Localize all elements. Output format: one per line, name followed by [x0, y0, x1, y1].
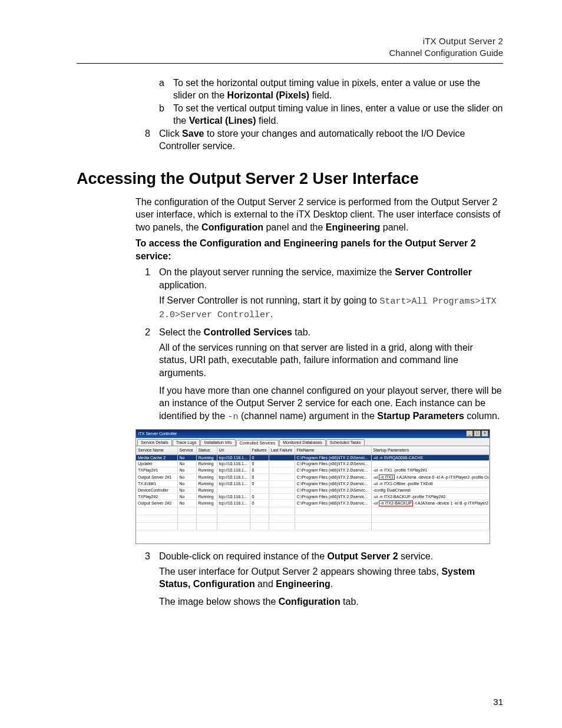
window-title: iTX Server Controller: [138, 431, 177, 436]
cell: 0: [250, 481, 269, 487]
page-number: 31: [493, 696, 503, 708]
col-uri[interactable]: Uri: [217, 446, 250, 455]
step3p1-post: .: [330, 579, 333, 589]
cell: No: [177, 454, 196, 461]
tab-controlled-services[interactable]: Controlled Services: [236, 440, 279, 446]
step3p1-bold2: Engineering: [276, 579, 330, 589]
cell: Running: [196, 467, 217, 474]
step8-pre: Click: [159, 129, 182, 139]
page-header: iTX Output Server 2 Channel Configuratio…: [77, 35, 503, 60]
substep-b: b To set the vertical output timing valu…: [159, 102, 503, 127]
intro-b2: Engineering: [326, 222, 380, 232]
substep-a-post: field.: [309, 90, 332, 100]
marker-3: 3: [145, 550, 159, 563]
cell: No: [177, 500, 196, 508]
step-8: 8 Click Save to store your changes and a…: [145, 127, 503, 153]
col-status[interactable]: Status: [196, 446, 217, 455]
table-row[interactable]: TX-Edit#1NoRunningtcp://10.118.1...0C:\P…: [136, 481, 490, 487]
cell: [269, 467, 295, 474]
col-filename[interactable]: FileName: [295, 446, 371, 455]
step2-bold: Controlled Services: [204, 327, 292, 337]
cell: No: [177, 493, 196, 500]
table-row-empty: [136, 523, 490, 531]
header-product: iTX Output Server 2: [77, 35, 503, 47]
col-service-name[interactable]: Service Name: [136, 446, 177, 455]
cell: 0: [250, 454, 269, 461]
tab-trace-logs[interactable]: Trace Logs: [173, 439, 200, 446]
maximize-button[interactable]: □: [474, 430, 481, 437]
cell: C:\Program Files (x86)\iTX 2.0\servic...: [295, 493, 371, 500]
table-row[interactable]: Output Server 2#1NoRunningtcp://10.118.1…: [136, 473, 490, 481]
cell: [269, 487, 295, 494]
col-failures[interactable]: Failures: [250, 446, 269, 455]
cell: [217, 487, 250, 494]
cell: C:\Program Files (x86)\iTX 2.0\Servic...: [295, 461, 371, 467]
col-last-failure[interactable]: Last Failure: [269, 446, 295, 455]
step8-post: to store your changes and automatically …: [159, 129, 465, 151]
header-subtitle: Channel Configuration Guide: [77, 47, 503, 59]
cell: tcp://10.118.1...: [217, 500, 250, 508]
substep-a: a To set the horizontal output timing va…: [159, 77, 503, 102]
cell: TXPlay2#1: [136, 467, 177, 474]
table-row[interactable]: UpdaterNoRunningtcp://10.118.1...0C:\Pro…: [136, 461, 490, 467]
cell: No: [177, 487, 196, 494]
cell: tcp://10.118.1...: [217, 493, 250, 500]
cell: Running: [196, 461, 217, 467]
table-row[interactable]: DeviceControllerNoRunningC:\Program File…: [136, 487, 490, 494]
marker-1: 1: [145, 266, 159, 291]
cell: Media Cache 2: [136, 454, 177, 461]
substep-a-bold: Horizontal (Pixels): [227, 90, 310, 100]
cell: C:\Program Files (x86)\iTX 2.0\Servic...: [295, 454, 371, 461]
procedure-lead-in: To access the Configuration and Engineer…: [135, 237, 503, 262]
tab-scheduled-tasks[interactable]: Scheduled Tasks: [326, 439, 365, 446]
close-button[interactable]: ×: [481, 430, 488, 437]
step2-pre: Select the: [159, 327, 204, 337]
substep-b-post: field.: [256, 116, 279, 126]
cell: 0: [250, 473, 269, 481]
cell: Running: [196, 481, 217, 487]
step3p1-pre: The user interface for Output Server 2 a…: [159, 566, 441, 577]
cell: 0: [250, 467, 269, 474]
col-startup-parameters[interactable]: Startup Parameters: [371, 446, 490, 455]
cell: tcp://10.118.1...: [217, 481, 250, 487]
server-controller-screenshot: iTX Server Controller _ □ × Service Deta…: [135, 429, 490, 544]
cell: No: [177, 481, 196, 487]
step1-pre: On the playout server running the servic…: [159, 267, 395, 277]
cell: -ui -n iTX2-BACKUP -t AJAXena -device 1 …: [371, 500, 490, 508]
tab-installation-info[interactable]: Installation Info: [200, 439, 235, 446]
tab-monitored-databases[interactable]: Monitored Databases: [279, 439, 326, 446]
step-3: 3 Double-click on required instance of t…: [145, 550, 503, 563]
marker-2: 2: [145, 326, 159, 339]
cell: -config DualChannel: [371, 487, 490, 494]
table-row[interactable]: Media Cache 2NoRunningtcp://10.118.1...0…: [136, 454, 490, 461]
substep-b-bold: Vertical (Lines): [189, 116, 256, 126]
cell: -ui -n iTX2-BACKUP -profile TXPlay2#2: [371, 493, 490, 500]
table-row[interactable]: TXPlay2#1NoRunningtcp://10.118.1...0C:\P…: [136, 467, 490, 474]
cell: -ui -n iTX1 -profile TXPlay2#1: [371, 467, 490, 474]
cell: 0: [250, 493, 269, 500]
tab-strip: Service DetailsTrace LogsInstallation In…: [136, 438, 490, 446]
cell: C:\Program Files (x86)\iTX 2.0\servic...: [295, 467, 371, 474]
grid-header-row: Service NameServiceStatusUriFailuresLast…: [136, 446, 490, 455]
services-grid[interactable]: Service NameServiceStatusUriFailuresLast…: [136, 446, 490, 531]
step1-post: application.: [159, 280, 207, 290]
marker-8: 8: [145, 127, 159, 153]
table-row[interactable]: TXPlay2#2NoRunningtcp://10.118.1...0C:\P…: [136, 493, 490, 500]
step3p1-mid: and: [255, 579, 276, 589]
step1-followup: If Server Controller is not running, sta…: [159, 294, 503, 322]
col-service[interactable]: Service: [177, 446, 196, 455]
cell: [269, 481, 295, 487]
cell: [250, 487, 269, 494]
step2p2-mid: (channel name) argument in the: [239, 411, 378, 421]
cell: No: [177, 461, 196, 467]
intro-paragraph: The configuration of the Output Server 2…: [135, 196, 503, 234]
tab-service-details[interactable]: Service Details: [137, 439, 172, 446]
step2p2-bold: Startup Parameters: [377, 411, 464, 421]
table-row[interactable]: Output Server 2#2NoRunningtcp://10.118.1…: [136, 500, 490, 508]
cell: tcp://10.118.1...: [217, 461, 250, 467]
step8-bold: Save: [182, 129, 204, 139]
section-heading: Accessing the Output Server 2 User Inter…: [77, 168, 503, 189]
cell: [269, 454, 295, 461]
minimize-button[interactable]: _: [466, 430, 473, 437]
cell: [269, 493, 295, 500]
